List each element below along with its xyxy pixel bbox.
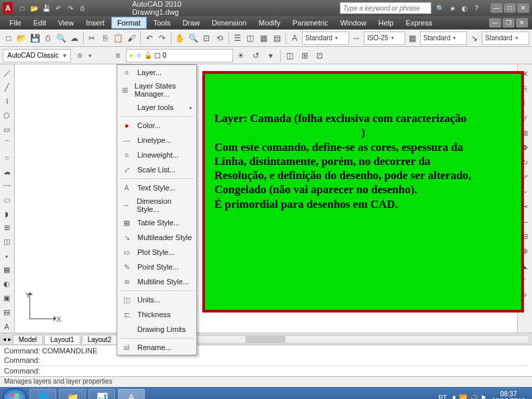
- menu-draw[interactable]: Draw: [177, 17, 205, 28]
- pan-icon[interactable]: ✋: [174, 32, 186, 45]
- menu-express[interactable]: Express: [400, 17, 438, 28]
- save-icon[interactable]: 💾: [41, 3, 52, 13]
- polyline-icon[interactable]: ⌇: [0, 95, 13, 108]
- menu-text-style[interactable]: AText Style...: [117, 180, 196, 195]
- text-style-icon[interactable]: A: [289, 32, 301, 45]
- menu-layer[interactable]: ≡Layer...: [117, 65, 196, 80]
- undo2-icon[interactable]: ↶: [143, 32, 155, 45]
- help-icon[interactable]: ?: [472, 3, 481, 13]
- tab-layout1[interactable]: Layout1: [44, 335, 80, 344]
- new-icon[interactable]: □: [17, 3, 27, 13]
- ws-lock-icon[interactable]: ▾: [86, 51, 95, 60]
- cut-icon[interactable]: ✂: [86, 32, 98, 45]
- redo2-icon[interactable]: ↷: [157, 32, 169, 45]
- tab-nav-buttons[interactable]: ◂ ▸: [3, 335, 11, 343]
- insert-icon[interactable]: ⊞: [298, 49, 312, 62]
- menu-plot-style[interactable]: ▭Plot Style...: [117, 245, 196, 260]
- spline-icon[interactable]: 〰: [0, 180, 13, 192]
- properties-icon[interactable]: ☰: [232, 32, 244, 45]
- table-style-dropdown[interactable]: Standard: [420, 32, 468, 45]
- layer-iso-icon[interactable]: ☀: [235, 49, 248, 62]
- help-search-input[interactable]: [340, 2, 431, 14]
- zoom-prev-icon[interactable]: ⟲: [214, 32, 226, 45]
- doc-restore-button[interactable]: ❐: [503, 18, 515, 27]
- close-button[interactable]: ✕: [517, 3, 529, 13]
- menu-view[interactable]: View: [53, 17, 80, 28]
- open-icon[interactable]: 📂: [29, 3, 40, 13]
- new-doc-icon[interactable]: □: [3, 32, 15, 45]
- mtext-icon[interactable]: A: [0, 320, 13, 333]
- app-menu-button[interactable]: A: [3, 2, 13, 14]
- xline-icon[interactable]: ╱: [0, 81, 13, 94]
- menu-color[interactable]: ●Color...: [117, 118, 196, 133]
- menu-multileader-style[interactable]: ↘Multileader Style: [117, 230, 196, 245]
- task-powerpoint[interactable]: 📊: [88, 389, 115, 399]
- menu-limits[interactable]: Drawing Limits: [117, 322, 196, 337]
- command-input[interactable]: [43, 367, 528, 375]
- polygon-icon[interactable]: ⬡: [0, 109, 13, 122]
- zoom-win-icon[interactable]: ⊡: [200, 32, 212, 45]
- text-style-dropdown[interactable]: Standard: [302, 32, 350, 45]
- sheet-icon[interactable]: ▤: [271, 32, 283, 45]
- ws-settings-icon[interactable]: ⚙: [75, 51, 84, 60]
- menu-rename[interactable]: aIRename...: [117, 340, 196, 355]
- menu-scale-list[interactable]: ⤢Scale List...: [117, 162, 196, 177]
- ellipse-arc-icon[interactable]: ◗: [0, 208, 13, 221]
- task-ie[interactable]: 🌐: [29, 389, 56, 399]
- circle-icon[interactable]: ○: [0, 152, 13, 164]
- maximize-button[interactable]: □: [504, 3, 516, 13]
- task-autocad[interactable]: A: [118, 389, 145, 399]
- tray-flag-icon[interactable]: ▮: [452, 394, 456, 400]
- star-icon[interactable]: ★: [448, 3, 457, 13]
- menu-dim-style[interactable]: ↔Dimension Style...: [117, 195, 196, 215]
- menu-multiline-style[interactable]: ≋Multiline Style...: [117, 274, 196, 289]
- region-icon[interactable]: ▣: [0, 292, 13, 304]
- plot-icon[interactable]: ⎙: [42, 32, 54, 45]
- minimize-button[interactable]: —: [490, 3, 503, 13]
- point-icon[interactable]: •: [0, 249, 13, 262]
- tray-network-icon[interactable]: 📶: [459, 394, 467, 400]
- save-doc-icon[interactable]: 💾: [29, 32, 41, 45]
- table-style-icon[interactable]: ▦: [407, 32, 419, 45]
- tray-volume-icon[interactable]: 🔊: [470, 394, 478, 400]
- menu-format[interactable]: Format: [111, 17, 147, 29]
- match-icon[interactable]: 🖌: [126, 32, 138, 45]
- ellipse-icon[interactable]: ⬭: [0, 194, 13, 207]
- tray-clock[interactable]: 08:37 03/10/2010: [492, 390, 525, 399]
- xref-icon[interactable]: ⊡: [313, 49, 326, 62]
- dim-style-icon[interactable]: ↔: [350, 32, 362, 45]
- revcloud-icon[interactable]: ☁: [0, 166, 13, 178]
- menu-table-style[interactable]: ▦Table Style...: [117, 215, 196, 230]
- menu-layer-states[interactable]: ⊞Layer States Manager...: [117, 80, 196, 100]
- tray-action-icon[interactable]: ⚑: [480, 394, 486, 400]
- layer-props-icon[interactable]: ≡: [111, 49, 125, 62]
- menu-units[interactable]: ◫Units...: [117, 292, 196, 307]
- redo-icon[interactable]: ↷: [65, 3, 76, 13]
- menu-lineweight[interactable]: ≡Lineweight...: [117, 148, 196, 162]
- tool-pal-icon[interactable]: ▦: [258, 32, 270, 45]
- menu-linetype[interactable]: —Linetype...: [117, 133, 196, 148]
- comm-icon[interactable]: ◐: [460, 3, 469, 13]
- copy-icon[interactable]: ⎘: [99, 32, 111, 45]
- workspace-dropdown[interactable]: AutoCAD Classic: [3, 49, 71, 62]
- paste-icon[interactable]: 📋: [113, 32, 125, 45]
- menu-modify[interactable]: Modify: [253, 17, 285, 28]
- rectangle-icon[interactable]: ▭: [0, 123, 13, 136]
- gradient-icon[interactable]: ◐: [0, 278, 13, 290]
- tab-model[interactable]: Model: [13, 335, 43, 344]
- menu-help[interactable]: Help: [373, 17, 399, 28]
- task-explorer[interactable]: 📁: [59, 389, 86, 399]
- menu-edit[interactable]: Edit: [28, 17, 52, 28]
- publish-icon[interactable]: ☁: [68, 32, 80, 45]
- menu-point-style[interactable]: ✎Point Style...: [117, 260, 196, 274]
- doc-minimize-button[interactable]: —: [489, 18, 501, 27]
- block-icon[interactable]: ◫: [283, 49, 297, 62]
- print-icon[interactable]: ⎙: [77, 3, 88, 13]
- preview-icon[interactable]: 🔍: [56, 32, 68, 45]
- menu-thickness[interactable]: ⊏Thickness: [117, 307, 196, 322]
- ml-style-dropdown[interactable]: Standard: [482, 32, 529, 45]
- menu-window[interactable]: Window: [335, 17, 372, 28]
- model-viewport[interactable]: ≡Layer... ⊞Layer States Manager... Layer…: [15, 64, 517, 333]
- design-icon[interactable]: ◫: [245, 32, 257, 45]
- make-block-icon[interactable]: ◫: [0, 235, 13, 248]
